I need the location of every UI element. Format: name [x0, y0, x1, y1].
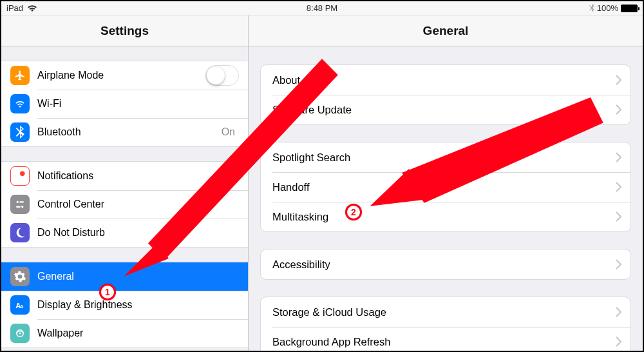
- device-label: iPad: [6, 3, 23, 13]
- chevron-right-icon: [615, 182, 621, 192]
- wifi-icon: [10, 94, 30, 113]
- airplane-toggle[interactable]: [205, 65, 239, 86]
- wallpaper-icon: [10, 324, 30, 343]
- sidebar-item-label: Control Center: [37, 199, 104, 210]
- status-bar: iPad 8:48 PM 100%: [1, 1, 643, 15]
- chevron-right-icon: [615, 75, 621, 85]
- svg-point-9: [19, 333, 21, 335]
- notifications-icon: [10, 166, 30, 186]
- control-center-icon: [10, 195, 30, 214]
- svg-rect-3: [19, 201, 24, 202]
- sidebar-item-label: General: [37, 271, 74, 282]
- svg-point-4: [21, 206, 23, 208]
- svg-point-1: [20, 171, 25, 177]
- settings-sidebar: Airplane Mode Wi-Fi Bluetooth: [1, 46, 249, 351]
- sidebar-item-label: Wallpaper: [37, 328, 83, 339]
- sidebar-item-label: Notifications: [37, 170, 93, 182]
- row-spotlight[interactable]: Spotlight Search: [261, 142, 630, 172]
- svg-rect-5: [16, 206, 21, 208]
- chevron-right-icon: [615, 152, 621, 162]
- row-label: About: [272, 74, 300, 86]
- row-label: Handoff: [272, 181, 310, 193]
- settings-group-device: General AA Display & Brightness Wallpape…: [1, 262, 248, 348]
- sidebar-item-airplane[interactable]: Airplane Mode: [1, 61, 248, 90]
- row-bgapp[interactable]: Background App Refresh: [261, 327, 630, 351]
- general-group-storage: Storage & iCloud Usage Background App Re…: [260, 297, 631, 351]
- chevron-right-icon: [615, 104, 621, 115]
- bluetooth-status-icon: [589, 4, 594, 13]
- clock: 8:48 PM: [307, 3, 337, 13]
- sidebar-item-control-center[interactable]: Control Center: [1, 190, 248, 219]
- general-group-about: About Software Update: [260, 64, 631, 125]
- chevron-right-icon: [615, 337, 621, 347]
- row-label: Software Update: [272, 104, 352, 116]
- chevron-right-icon: [615, 211, 621, 222]
- svg-text:A: A: [20, 304, 24, 309]
- airplane-icon: [10, 66, 30, 85]
- chevron-right-icon: [615, 307, 621, 317]
- chevron-right-icon: [615, 259, 621, 269]
- row-about[interactable]: About: [261, 65, 630, 95]
- bluetooth-icon: [10, 122, 30, 142]
- sidebar-item-wifi[interactable]: Wi-Fi: [1, 90, 248, 118]
- row-accessibility[interactable]: Accessibility: [261, 249, 630, 279]
- battery-icon: [621, 5, 638, 12]
- battery-pct: 100%: [597, 3, 618, 13]
- row-label: Multitasking: [272, 211, 328, 223]
- sidebar-item-bluetooth[interactable]: Bluetooth On: [1, 118, 248, 146]
- header-row: Settings General: [1, 15, 643, 46]
- svg-point-2: [17, 201, 19, 203]
- general-title: General: [249, 15, 643, 46]
- sidebar-item-label: Display & Brightness: [37, 299, 133, 311]
- sidebar-item-label: Airplane Mode: [37, 70, 104, 81]
- sidebar-item-label: Do Not Disturb: [37, 227, 105, 239]
- row-storage[interactable]: Storage & iCloud Usage: [261, 297, 630, 327]
- row-software-update[interactable]: Software Update: [261, 95, 630, 124]
- row-handoff[interactable]: Handoff: [261, 172, 630, 202]
- gear-icon: [10, 267, 30, 286]
- bluetooth-value: On: [222, 126, 235, 138]
- sidebar-item-label: Bluetooth: [37, 126, 81, 138]
- row-label: Storage & iCloud Usage: [272, 306, 386, 318]
- row-multitasking[interactable]: Multitasking: [261, 202, 630, 231]
- general-detail-pane: About Software Update Spotlight Search H…: [249, 46, 643, 351]
- row-label: Spotlight Search: [272, 152, 350, 164]
- row-label: Accessibility: [272, 259, 330, 271]
- settings-title: Settings: [1, 15, 249, 46]
- general-group-search: Spotlight Search Handoff Multitasking: [260, 142, 631, 232]
- sidebar-item-label: Wi-Fi: [37, 98, 61, 110]
- sidebar-item-general[interactable]: General: [1, 262, 248, 291]
- display-icon: AA: [10, 295, 30, 315]
- settings-group-connectivity: Airplane Mode Wi-Fi Bluetooth: [1, 61, 248, 147]
- sidebar-item-dnd[interactable]: Do Not Disturb: [1, 219, 248, 247]
- sidebar-item-wallpaper[interactable]: Wallpaper: [1, 319, 248, 347]
- sidebar-item-display[interactable]: AA Display & Brightness: [1, 291, 248, 319]
- general-group-accessibility: Accessibility: [260, 249, 631, 280]
- row-label: Background App Refresh: [272, 336, 390, 348]
- moon-icon: [10, 223, 30, 242]
- sidebar-item-notifications[interactable]: Notifications: [1, 162, 248, 190]
- settings-group-alerts: Notifications Control Center Do Not Dist…: [1, 161, 248, 248]
- wifi-status-icon: [27, 5, 37, 12]
